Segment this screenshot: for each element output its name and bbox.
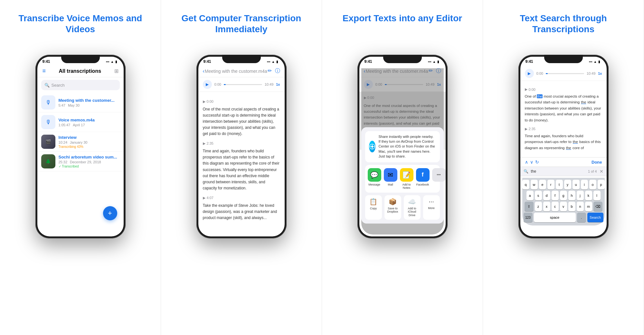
share-app-more[interactable]: •••	[432, 168, 446, 189]
battery-icon-3: ▮	[437, 60, 439, 63]
share-app-notes[interactable]: 📝 Add to Notes	[400, 168, 413, 189]
item-title-3: Interview	[59, 135, 120, 140]
panel1-title: Transcribe Voice Memos and Videos	[6, 13, 154, 45]
key-t[interactable]: t	[556, 180, 563, 189]
speed-button[interactable]: 1x	[276, 82, 280, 86]
iphone1-notch	[61, 55, 100, 63]
p4-play-2[interactable]: ▶	[525, 127, 527, 131]
key-d[interactable]: d	[543, 191, 550, 200]
iphone4-screen: 9:41 ▪▪▪ ▲ ▮ ▶ 0:00 10:49 1x ▶ 0	[520, 57, 607, 236]
key-shift[interactable]: ⇧	[525, 202, 534, 211]
next-result-icon[interactable]: ∨	[530, 159, 533, 165]
list-item[interactable]: 🌲 Sochi arboretum video sum... 25:32 Dec…	[37, 152, 124, 171]
share-app-message[interactable]: 💬 Message	[368, 168, 381, 189]
item-meta-2: 1:05:47 April 17	[59, 123, 120, 127]
key-y[interactable]: y	[564, 180, 571, 189]
list-item[interactable]: 🎙 Voice memos.m4a 1:05:47 April 17	[37, 112, 124, 132]
key-s[interactable]: s	[535, 191, 542, 200]
p4-play-1[interactable]: ▶	[525, 87, 527, 91]
key-j[interactable]: j	[577, 191, 584, 200]
wifi-icon-2: ▲	[272, 60, 275, 63]
item-title-1: Meeting with the customer...	[59, 98, 120, 103]
key-space[interactable]: space	[534, 213, 576, 222]
progress-bar-4[interactable]	[546, 73, 584, 74]
p4-timestamp-1: ▶ 0:00	[525, 87, 602, 91]
dropbox-action[interactable]: 📦 Save to Dropbox	[384, 195, 401, 220]
key-c[interactable]: c	[552, 202, 559, 211]
search-button[interactable]: Search	[587, 213, 603, 222]
play-button-4[interactable]: ▶	[525, 69, 534, 78]
highlight-the-2: the	[581, 100, 586, 104]
highlight-the-3: the	[573, 140, 578, 144]
key-backspace[interactable]: ⌫	[593, 202, 602, 211]
kb-row-2: a s d f g h j k l	[524, 191, 603, 200]
more-action[interactable]: ··· More	[423, 195, 440, 220]
key-f[interactable]: f	[552, 191, 559, 200]
key-p[interactable]: p	[598, 180, 605, 189]
signal-icon: ▪▪▪	[106, 60, 109, 63]
play-mini-1[interactable]: ▶	[203, 99, 205, 104]
key-r[interactable]: r	[547, 180, 554, 189]
battery-icon: ▮	[115, 60, 117, 63]
key-o[interactable]: o	[589, 180, 596, 189]
transcript-block-3: Take the example of Steve Jobs: he loved…	[203, 203, 280, 221]
key-q[interactable]: q	[522, 180, 529, 189]
share-apps-row: 💬 Message ✉ Mail 📝 Add to Notes f Facebo…	[365, 165, 440, 193]
video-thumb-3: 🎬	[41, 135, 55, 149]
copy-action[interactable]: 📋 Copy	[365, 195, 382, 220]
icloud-action[interactable]: ☁️ Add to iCloud Drive	[404, 195, 421, 220]
menu-icon[interactable]: ≡	[43, 68, 46, 74]
search-bar-1[interactable]: 🔍 Search	[41, 80, 120, 90]
key-g[interactable]: g	[560, 191, 567, 200]
key-i[interactable]: i	[581, 180, 588, 189]
prev-result-icon[interactable]: ∧	[525, 159, 528, 165]
wifi-icon-4: ▲	[594, 60, 597, 63]
key-n[interactable]: n	[577, 202, 584, 211]
list-item[interactable]: 🎬 Interview 10:24 January 30 Transcribin…	[37, 132, 124, 152]
play-mini-2[interactable]: ▶	[203, 141, 205, 146]
battery-icon-2: ▮	[276, 60, 278, 63]
add-voice-button[interactable]: +	[103, 206, 117, 220]
key-123[interactable]: 123	[524, 213, 533, 222]
duration-2: 1:05:47	[59, 123, 71, 127]
key-u[interactable]: u	[573, 180, 580, 189]
key-v[interactable]: v	[560, 202, 567, 211]
iphone2-notch	[222, 55, 261, 63]
play-mini-3[interactable]: ▶	[203, 195, 205, 201]
key-a[interactable]: a	[526, 191, 534, 200]
play-button[interactable]: ▶	[203, 80, 212, 89]
audio-player-2: ▶ 0:00 10:49 1x	[198, 77, 285, 92]
status-time-4: 9:41	[526, 59, 533, 64]
airdrop-text: Share instantly with people nearby. If t…	[379, 134, 436, 159]
key-b[interactable]: b	[568, 202, 575, 211]
key-h[interactable]: h	[568, 191, 575, 200]
search-query[interactable]: the	[531, 169, 585, 174]
progress-bar[interactable]	[224, 84, 262, 85]
search-icon-4: 🔍	[524, 169, 528, 174]
key-m[interactable]: m	[585, 202, 592, 211]
iphone4-notch	[544, 55, 583, 63]
pencil-icon[interactable]: ✏	[268, 68, 272, 74]
share-app-mail[interactable]: ✉ Mail	[384, 168, 397, 189]
key-l[interactable]: l	[593, 191, 601, 200]
audio-icon-1: 🎙	[41, 95, 55, 110]
back-icon[interactable]: ‹	[203, 68, 204, 74]
done-button[interactable]: Done	[592, 160, 602, 165]
info-icon[interactable]: ⓘ	[275, 68, 280, 74]
list-item[interactable]: 🎙 Meeting with the customer... 5:47 May …	[37, 93, 124, 112]
key-period[interactable]: .	[577, 213, 586, 222]
transcribed-badge: ✓ Transcribed	[59, 165, 120, 168]
key-e[interactable]: e	[539, 180, 546, 189]
clear-search-icon[interactable]: ✕	[600, 169, 603, 174]
duration-1: 5:47	[59, 103, 65, 107]
key-z[interactable]: z	[535, 202, 542, 211]
filter-icon[interactable]: ⊞	[114, 68, 118, 74]
airdrop-option[interactable]: Share instantly with people nearby. If t…	[365, 131, 440, 162]
key-k[interactable]: k	[585, 191, 592, 200]
key-x[interactable]: x	[543, 202, 550, 211]
key-w[interactable]: w	[531, 180, 538, 189]
panel-export: Export Texts into any Editor 9:41 ▪▪▪ ▲ …	[322, 0, 483, 335]
share-app-facebook[interactable]: f Facebook	[416, 168, 430, 189]
speed-button-4[interactable]: 1x	[598, 72, 602, 75]
refresh-icon[interactable]: ↻	[535, 159, 539, 165]
